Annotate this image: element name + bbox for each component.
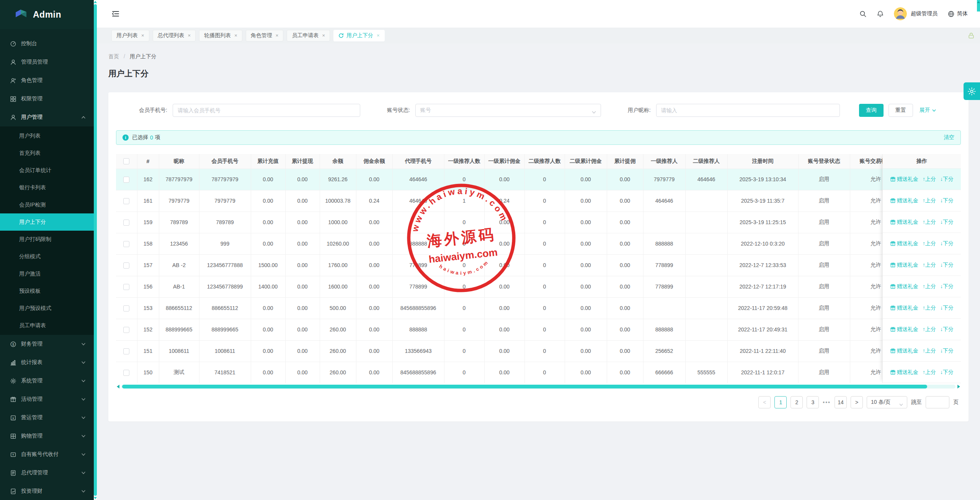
tab-用户列表[interactable]: 用户列表× (111, 30, 149, 41)
menu-fold-icon[interactable] (111, 10, 120, 18)
search-button[interactable]: 查询 (859, 104, 884, 117)
jump-to-page-input[interactable] (926, 396, 949, 408)
scrollbar-track[interactable] (121, 385, 956, 389)
add-points-link[interactable]: ↑上分 (923, 326, 936, 333)
scroll-down-arrow-icon[interactable] (94, 496, 97, 500)
close-icon[interactable]: × (276, 33, 279, 38)
close-icon[interactable]: × (377, 33, 380, 38)
sidebar-item-角色管理[interactable]: 角色管理 (0, 71, 94, 90)
sidebar-item-用户预设模式[interactable]: 用户预设模式 (0, 300, 94, 317)
reset-button[interactable]: 重置 (889, 104, 913, 117)
search-icon[interactable] (859, 10, 867, 18)
row-checkbox[interactable] (123, 220, 129, 226)
sidebar-item-银行卡列表[interactable]: 银行卡列表 (0, 179, 94, 196)
sidebar-item-会员IP检测[interactable]: 会员IP检测 (0, 196, 94, 213)
select-all-checkbox[interactable] (123, 158, 129, 164)
deduct-points-link[interactable]: ↓下分 (940, 176, 954, 183)
add-points-link[interactable]: ↑上分 (923, 262, 936, 269)
sidebar-item-首充列表[interactable]: 首充列表 (0, 144, 94, 162)
page-button-2[interactable]: 2 (791, 396, 803, 408)
sidebar-item-预设模板[interactable]: 预设模板 (0, 282, 94, 300)
phone-filter-input[interactable] (173, 104, 360, 117)
sidebar-item-控制台[interactable]: 控制台 (0, 34, 94, 53)
sidebar-item-权限管理[interactable]: 权限管理 (0, 90, 94, 108)
sidebar-item-用户管理[interactable]: 用户管理 (0, 108, 94, 126)
add-points-link[interactable]: ↑上分 (923, 240, 936, 247)
language-switch[interactable]: 简体 (947, 10, 968, 18)
gift-bonus-link[interactable]: 赠送礼金 (890, 262, 918, 269)
close-icon[interactable]: × (322, 33, 325, 38)
page-size-select[interactable]: 10 条/页 (867, 396, 907, 408)
gift-bonus-link[interactable]: 赠送礼金 (890, 176, 918, 183)
nickname-filter-input[interactable] (656, 104, 840, 117)
page-scrollbar-thumb[interactable] (977, 0, 980, 11)
user-menu[interactable]: 超级管理员 (894, 7, 938, 20)
close-icon[interactable]: × (188, 33, 191, 38)
deduct-points-link[interactable]: ↓下分 (940, 326, 954, 333)
expand-filters-link[interactable]: 展开 (920, 107, 936, 114)
row-checkbox[interactable] (123, 305, 129, 311)
gift-bonus-link[interactable]: 赠送礼金 (890, 283, 918, 290)
lock-icon[interactable] (968, 32, 975, 39)
add-points-link[interactable]: ↑上分 (923, 197, 936, 204)
tab-总代理列表[interactable]: 总代理列表× (153, 30, 196, 41)
page-button-14[interactable]: 14 (835, 396, 847, 408)
add-points-link[interactable]: ↑上分 (923, 305, 936, 311)
scroll-up-arrow-icon[interactable] (94, 0, 97, 4)
refresh-icon[interactable] (338, 33, 344, 38)
tab-员工申请表[interactable]: 员工申请表× (287, 30, 330, 41)
scroll-right-arrow-icon[interactable] (956, 384, 961, 389)
add-points-link[interactable]: ↑上分 (923, 176, 936, 183)
sidebar-item-投资理财[interactable]: 投资理财 (0, 482, 94, 500)
close-icon[interactable]: × (141, 33, 144, 38)
gift-bonus-link[interactable]: 赠送礼金 (890, 326, 918, 333)
row-checkbox[interactable] (123, 327, 129, 333)
row-checkbox[interactable] (123, 348, 129, 354)
deduct-points-link[interactable]: ↓下分 (940, 369, 954, 376)
sidebar-item-用户激活[interactable]: 用户激活 (0, 265, 94, 282)
sidebar-item-总代理管理[interactable]: 总代理管理 (0, 464, 94, 482)
sidebar-item-用户打码限制[interactable]: 用户打码限制 (0, 231, 94, 248)
sidebar-item-营运管理[interactable]: ¥营运管理 (0, 408, 94, 427)
tab-角色管理[interactable]: 角色管理× (246, 30, 284, 41)
gift-bonus-link[interactable]: 赠送礼金 (890, 240, 918, 247)
horizontal-scrollbar[interactable] (116, 384, 961, 389)
sidebar-item-员工申请表[interactable]: 员工申请表 (0, 317, 94, 334)
gift-bonus-link[interactable]: 赠送礼金 (890, 305, 918, 311)
sidebar-item-自有账号代收付[interactable]: ¥自有账号代收付 (0, 445, 94, 464)
close-icon[interactable]: × (234, 33, 237, 38)
row-checkbox[interactable] (123, 284, 129, 290)
sidebar-item-管理员管理[interactable]: 管理员管理 (0, 53, 94, 71)
notification-bell-icon[interactable] (877, 10, 884, 18)
add-points-link[interactable]: ↑上分 (923, 369, 936, 376)
row-checkbox[interactable] (123, 262, 129, 269)
sidebar-item-用户列表[interactable]: 用户列表 (0, 127, 94, 144)
sidebar-item-用户上下分[interactable]: 用户上下分 (0, 213, 94, 231)
next-page-button[interactable]: > (851, 396, 863, 408)
deduct-points-link[interactable]: ↓下分 (940, 348, 954, 354)
sidebar-scrollbar[interactable] (94, 0, 97, 500)
tab-轮播图列表[interactable]: 轮播图列表× (199, 30, 242, 41)
more-pages-ellipsis[interactable]: ••• (823, 399, 831, 405)
deduct-points-link[interactable]: ↓下分 (940, 240, 954, 247)
status-filter-select[interactable]: 账号 (415, 104, 601, 117)
page-button-3[interactable]: 3 (807, 396, 819, 408)
row-checkbox[interactable] (123, 177, 129, 183)
sidebar-item-购物管理[interactable]: 购物管理 (0, 427, 94, 445)
gift-bonus-link[interactable]: 赠送礼金 (890, 197, 918, 204)
page-button-1[interactable]: 1 (774, 396, 787, 408)
tab-用户上下分[interactable]: 用户上下分× (333, 30, 385, 41)
add-points-link[interactable]: ↑上分 (923, 283, 936, 290)
sidebar-item-系统管理[interactable]: 系统管理 (0, 372, 94, 390)
row-checkbox[interactable] (123, 370, 129, 376)
deduct-points-link[interactable]: ↓下分 (940, 305, 954, 311)
row-checkbox[interactable] (123, 241, 129, 247)
gift-bonus-link[interactable]: 赠送礼金 (890, 219, 918, 226)
sidebar-item-会员订单统计[interactable]: 会员订单统计 (0, 162, 94, 179)
breadcrumb-home[interactable]: 首页 (108, 53, 119, 59)
clear-selection-link[interactable]: 清空 (944, 134, 954, 141)
add-points-link[interactable]: ↑上分 (923, 219, 936, 226)
gift-bonus-link[interactable]: 赠送礼金 (890, 348, 918, 354)
sidebar-item-财务管理[interactable]: $财务管理 (0, 335, 94, 353)
deduct-points-link[interactable]: ↓下分 (940, 197, 954, 204)
